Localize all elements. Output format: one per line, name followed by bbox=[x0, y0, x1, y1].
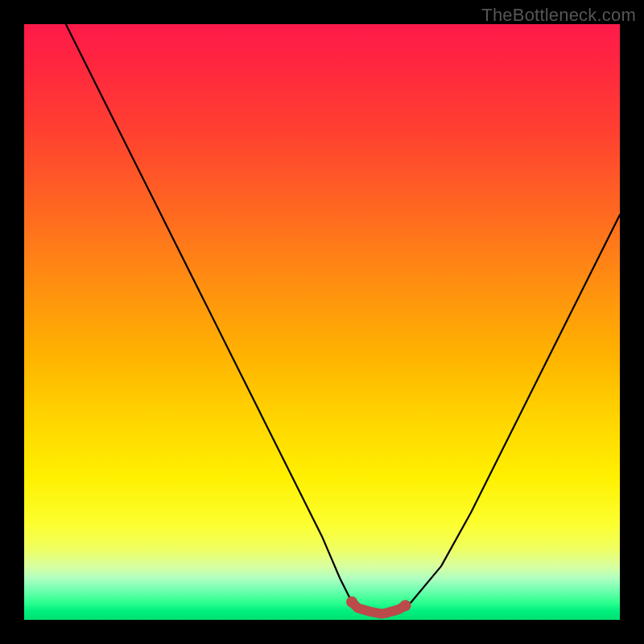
flat-region-markers bbox=[346, 597, 411, 614]
bottleneck-curve bbox=[66, 24, 620, 614]
chart-container: TheBottleneck.com bbox=[0, 0, 644, 644]
watermark-text: TheBottleneck.com bbox=[481, 5, 636, 26]
plot-area bbox=[24, 24, 620, 620]
curve-svg bbox=[24, 24, 620, 620]
flat-region-path bbox=[352, 602, 406, 614]
flat-region-end-dot bbox=[346, 597, 357, 608]
flat-region-end-dot bbox=[400, 600, 411, 611]
